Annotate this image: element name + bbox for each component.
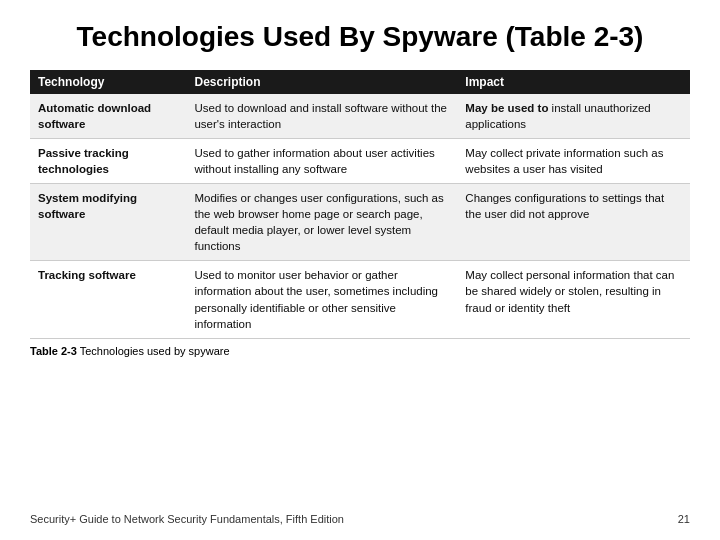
caption-label: Table 2-3: [30, 345, 77, 357]
cell-impact: Changes configurations to settings that …: [457, 183, 690, 260]
table-row: System modifying softwareModifies or cha…: [30, 183, 690, 260]
cell-description: Modifies or changes user configurations,…: [186, 183, 457, 260]
cell-description: Used to gather information about user ac…: [186, 138, 457, 183]
col-header-impact: Impact: [457, 70, 690, 94]
cell-technology: Passive tracking technologies: [30, 138, 186, 183]
page-title: Technologies Used By Spyware (Table 2-3): [30, 20, 690, 54]
cell-technology: Automatic download software: [30, 94, 186, 139]
table-caption: Table 2-3 Technologies used by spyware: [30, 345, 690, 357]
footer: Security+ Guide to Network Security Fund…: [30, 505, 690, 525]
footer-left: Security+ Guide to Network Security Fund…: [30, 513, 344, 525]
cell-technology: Tracking software: [30, 261, 186, 338]
table-row: Automatic download softwareUsed to downl…: [30, 94, 690, 139]
table-row: Tracking softwareUsed to monitor user be…: [30, 261, 690, 338]
col-header-technology: Technology: [30, 70, 186, 94]
caption-text: Technologies used by spyware: [80, 345, 230, 357]
cell-description: Used to monitor user behavior or gather …: [186, 261, 457, 338]
table-body: Automatic download softwareUsed to downl…: [30, 94, 690, 339]
cell-impact: May collect private information such as …: [457, 138, 690, 183]
spyware-table: Technology Description Impact Automatic …: [30, 70, 690, 339]
cell-description: Used to download and install software wi…: [186, 94, 457, 139]
cell-impact: May collect personal information that ca…: [457, 261, 690, 338]
cell-technology: System modifying software: [30, 183, 186, 260]
page: Technologies Used By Spyware (Table 2-3)…: [0, 0, 720, 540]
table-header: Technology Description Impact: [30, 70, 690, 94]
col-header-description: Description: [186, 70, 457, 94]
table-row: Passive tracking technologiesUsed to gat…: [30, 138, 690, 183]
cell-impact: May be used to install unauthorized appl…: [457, 94, 690, 139]
footer-right: 21: [678, 513, 690, 525]
